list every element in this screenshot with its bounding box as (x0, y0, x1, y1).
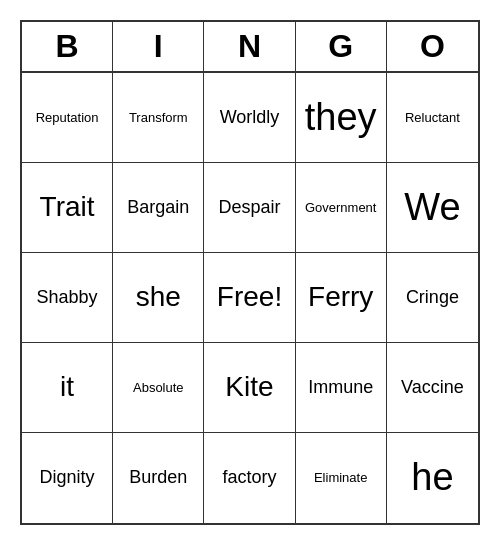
bingo-cell: factory (204, 433, 295, 523)
bingo-cell: he (387, 433, 478, 523)
bingo-cell: she (113, 253, 204, 343)
header-letter: N (204, 22, 295, 71)
bingo-cell: Worldly (204, 73, 295, 163)
bingo-cell: Free! (204, 253, 295, 343)
bingo-cell: Shabby (22, 253, 113, 343)
bingo-cell: Bargain (113, 163, 204, 253)
bingo-header: BINGO (22, 22, 478, 73)
bingo-cell: they (296, 73, 387, 163)
header-letter: G (296, 22, 387, 71)
bingo-cell: Kite (204, 343, 295, 433)
bingo-cell: Despair (204, 163, 295, 253)
bingo-cell: Burden (113, 433, 204, 523)
bingo-cell: Ferry (296, 253, 387, 343)
header-letter: B (22, 22, 113, 71)
bingo-cell: Vaccine (387, 343, 478, 433)
bingo-cell: it (22, 343, 113, 433)
bingo-cell: Reluctant (387, 73, 478, 163)
bingo-card: BINGO ReputationTransformWorldlytheyRelu… (20, 20, 480, 525)
bingo-cell: Reputation (22, 73, 113, 163)
header-letter: I (113, 22, 204, 71)
bingo-cell: Dignity (22, 433, 113, 523)
bingo-cell: Immune (296, 343, 387, 433)
bingo-cell: Transform (113, 73, 204, 163)
bingo-grid: ReputationTransformWorldlytheyReluctantT… (22, 73, 478, 523)
bingo-cell: Government (296, 163, 387, 253)
bingo-cell: We (387, 163, 478, 253)
bingo-cell: Cringe (387, 253, 478, 343)
bingo-cell: Absolute (113, 343, 204, 433)
bingo-cell: Trait (22, 163, 113, 253)
header-letter: O (387, 22, 478, 71)
bingo-cell: Eliminate (296, 433, 387, 523)
